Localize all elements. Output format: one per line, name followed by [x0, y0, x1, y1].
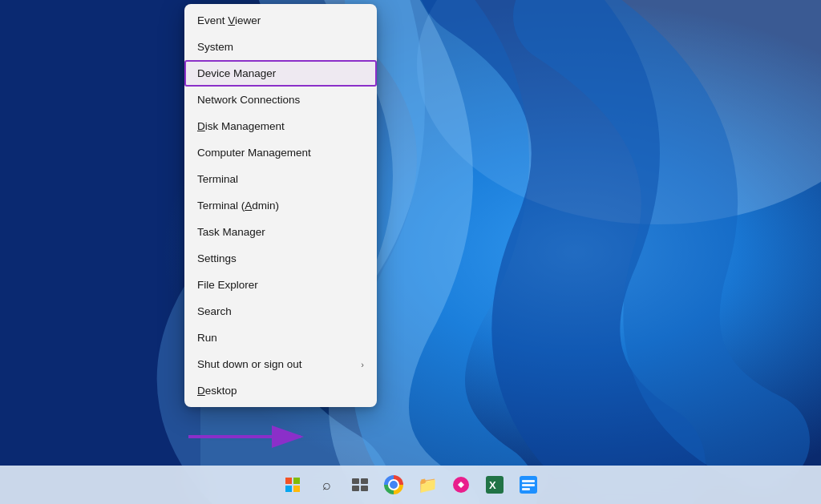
app7-button[interactable]	[512, 469, 544, 501]
svg-rect-11	[522, 488, 530, 490]
task-view-button[interactable]	[344, 469, 376, 501]
task-view-icon	[352, 478, 368, 491]
search-taskbar-button[interactable]: ⌕	[310, 469, 342, 501]
menu-item-system-label: System	[197, 41, 233, 53]
menu-item-network-connections-label: Network Connections	[197, 94, 300, 106]
taskbar: ⌕ 📁	[0, 466, 821, 504]
context-menu: Event Viewer System Device Manager Netwo…	[184, 4, 377, 407]
excel-icon: X	[486, 476, 504, 494]
svg-rect-10	[522, 484, 535, 486]
menu-item-search-label: Search	[197, 305, 232, 317]
folder-icon: 📁	[418, 475, 438, 494]
arrow-icon	[184, 417, 313, 457]
menu-item-disk-management[interactable]: Disk Management	[184, 113, 377, 139]
start-button[interactable]	[277, 469, 309, 501]
menu-item-task-manager-label: Task Manager	[197, 226, 265, 238]
submenu-arrow-icon: ›	[361, 360, 364, 369]
search-taskbar-icon: ⌕	[322, 477, 331, 494]
chrome-button[interactable]	[378, 469, 410, 501]
excel-button[interactable]: X	[479, 469, 511, 501]
menu-item-run-label: Run	[197, 332, 217, 344]
menu-item-terminal-admin-label: Terminal (Admin)	[197, 200, 279, 212]
menu-item-shut-down[interactable]: Shut down or sign out ›	[184, 351, 377, 377]
menu-item-terminal[interactable]: Terminal	[184, 166, 377, 192]
menu-item-desktop[interactable]: Desktop	[184, 377, 377, 404]
menu-item-event-viewer[interactable]: Event Viewer	[184, 7, 377, 34]
menu-item-settings[interactable]: Settings	[184, 245, 377, 272]
menu-item-task-manager[interactable]: Task Manager	[184, 219, 377, 245]
menu-item-terminal-label: Terminal	[197, 173, 238, 185]
app5-icon	[452, 476, 470, 494]
wallpaper	[0, 0, 821, 504]
menu-item-file-explorer-label: File Explorer	[197, 279, 258, 291]
desktop: Event Viewer System Device Manager Netwo…	[0, 0, 821, 504]
chrome-icon	[384, 475, 403, 494]
menu-item-computer-management[interactable]: Computer Management	[184, 139, 377, 166]
windows-logo-icon	[285, 478, 300, 492]
svg-text:X: X	[489, 479, 496, 491]
menu-item-file-explorer[interactable]: File Explorer	[184, 272, 377, 298]
svg-rect-2	[0, 0, 200, 504]
menu-item-terminal-admin[interactable]: Terminal (Admin)	[184, 192, 377, 219]
menu-item-device-manager[interactable]: Device Manager	[184, 60, 377, 87]
menu-item-run[interactable]: Run	[184, 325, 377, 351]
svg-rect-9	[522, 480, 535, 482]
menu-item-event-viewer-label: Event Viewer	[197, 14, 261, 26]
menu-item-search[interactable]: Search	[184, 298, 377, 325]
menu-item-system[interactable]: System	[184, 34, 377, 60]
menu-item-network-connections[interactable]: Network Connections	[184, 87, 377, 113]
app7-icon	[520, 476, 537, 494]
arrow-annotation	[184, 417, 313, 460]
file-explorer-button[interactable]: 📁	[411, 469, 443, 501]
taskbar-icons: ⌕ 📁	[277, 469, 544, 501]
menu-item-settings-label: Settings	[197, 252, 237, 264]
menu-item-desktop-label: Desktop	[197, 385, 237, 397]
menu-item-shut-down-label: Shut down or sign out	[197, 358, 302, 370]
menu-item-device-manager-label: Device Manager	[197, 67, 276, 79]
app5-button[interactable]	[445, 469, 477, 501]
menu-item-disk-management-label: Disk Management	[197, 120, 285, 132]
menu-item-computer-management-label: Computer Management	[197, 147, 311, 159]
